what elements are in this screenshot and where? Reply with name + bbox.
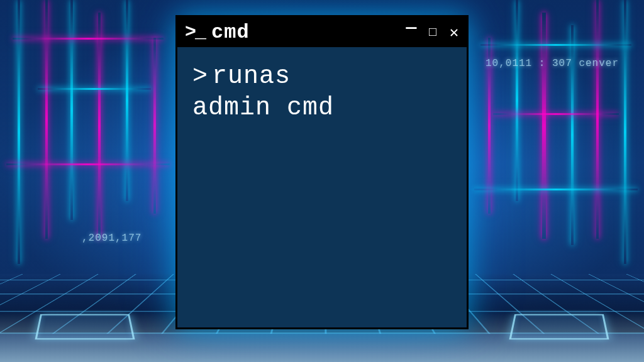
- floor-square: [35, 314, 135, 339]
- command-text-1: runas: [212, 62, 291, 90]
- neon-line: [516, 0, 518, 201]
- window-title: cmd: [211, 21, 397, 44]
- neon-line: [18, 0, 20, 264]
- close-button[interactable]: ✕: [447, 25, 462, 40]
- terminal-icon: >_: [185, 23, 205, 41]
- neon-line: [13, 38, 164, 40]
- neon-line: [596, 0, 599, 239]
- decor-text-right: 10,0111 : 307 cenver: [486, 58, 619, 69]
- terminal-body[interactable]: >runas admin cmd: [177, 47, 467, 327]
- command-line: >runas: [192, 61, 452, 92]
- neon-line: [38, 88, 151, 90]
- titlebar[interactable]: >_ cmd — □ ✕: [177, 17, 467, 47]
- neon-line: [126, 0, 128, 201]
- neon-line: [6, 163, 170, 165]
- neon-line: [70, 0, 73, 220]
- terminal-window: >_ cmd — □ ✕ >runas admin cmd: [175, 15, 469, 329]
- neon-line: [45, 0, 48, 239]
- neon-line: [98, 13, 101, 239]
- neon-line: [542, 13, 546, 239]
- command-text-2: admin cmd: [192, 92, 452, 124]
- window-controls: — □ ✕: [404, 25, 462, 40]
- neon-line: [624, 0, 626, 264]
- neon-line: [153, 38, 156, 214]
- neon-line: [493, 113, 619, 115]
- prompt-symbol: >: [192, 62, 208, 90]
- decor-text-left: ,2091,177: [82, 233, 142, 244]
- neon-line: [480, 44, 631, 46]
- neon-line: [474, 189, 638, 190]
- floor-square: [509, 314, 609, 339]
- maximize-button[interactable]: □: [425, 25, 440, 40]
- minimize-button[interactable]: —: [404, 25, 419, 40]
